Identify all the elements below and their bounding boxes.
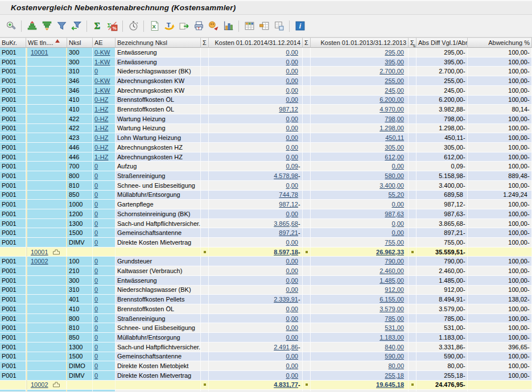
amount-value[interactable]: 987,12 xyxy=(279,201,298,208)
amount-value[interactable]: 0,00 xyxy=(286,334,298,341)
toolbar-button-layout-grid[interactable] xyxy=(242,19,256,33)
table-row[interactable]: P0014101-HZBrennstoffkosten ÖL987,124.97… xyxy=(0,105,532,114)
cell-link[interactable]: 0 xyxy=(94,68,98,75)
cell-link[interactable]: 0 xyxy=(94,334,98,341)
amount-value[interactable]: 3.865,68 xyxy=(274,220,298,227)
amount-value[interactable]: 395,00 xyxy=(385,59,404,65)
table-row[interactable]: P0014461-HZAbrechnungskosten HZ0,00612,0… xyxy=(0,152,532,162)
amount-value[interactable]: 450,11 xyxy=(385,134,404,141)
cell-link[interactable]: 10002 xyxy=(31,258,48,265)
amount-value[interactable]: 0,00 xyxy=(286,125,298,131)
table-row[interactable]: P0014100Brennstoffkosten ÖL0,003.579,003… xyxy=(0,304,532,314)
amount-value[interactable]: 4.970,00 xyxy=(380,106,404,113)
amount-value[interactable]: 1.298,00 xyxy=(380,125,404,131)
table-row[interactable]: P00113000Sach-und Haftpflichtversicher.2… xyxy=(0,343,532,352)
cell-link[interactable]: 0 xyxy=(94,306,98,312)
collapse-icon[interactable] xyxy=(53,382,60,387)
amount-value[interactable]: 3.579,00 xyxy=(380,306,404,312)
toolbar-button-export[interactable] xyxy=(177,19,191,33)
amount-value[interactable]: 0,00 xyxy=(286,324,298,331)
table-row[interactable]: P0013460-KWAbrechnungskosten KW0,00255,0… xyxy=(0,76,532,86)
amount-value[interactable]: 0,00 xyxy=(392,229,404,236)
table-row[interactable]: P0013000Entwässerung0,001.485,001.485,00… xyxy=(0,276,532,286)
cell-link[interactable]: 1-KW xyxy=(94,59,110,65)
cell-link[interactable]: 0 xyxy=(94,267,98,274)
cell-link[interactable]: 10001 xyxy=(31,249,48,255)
col-header-k2013[interactable]: Kosten 01.01.2013/31.12.2013 xyxy=(311,38,409,48)
table-row[interactable]: P00113000Sach-und Haftpflichtversicher.3… xyxy=(0,219,532,229)
amount-value[interactable]: 4.831,77 xyxy=(274,381,298,388)
col-header-abw[interactable]: Abweichung % xyxy=(468,38,532,48)
toolbar-button-layout-change[interactable] xyxy=(257,19,271,33)
amount-value[interactable]: 295,00 xyxy=(385,49,404,56)
table-row[interactable]: P0013100Niederschlagswasser (BK)0,00912,… xyxy=(0,286,532,295)
cell-link[interactable]: 0 xyxy=(94,296,98,303)
cell-link[interactable]: 0 xyxy=(94,201,98,208)
toolbar-button-word-export[interactable]: T xyxy=(162,19,176,33)
cell-link[interactable]: 0 xyxy=(94,372,98,379)
cell-link[interactable]: 1-HZ xyxy=(94,125,108,131)
amount-value[interactable]: 0,00 xyxy=(286,372,298,379)
toolbar-button-sort-asc[interactable] xyxy=(25,19,39,33)
amount-value[interactable]: 590,00 xyxy=(385,353,404,360)
cell-link[interactable]: 0-HZ xyxy=(94,134,108,141)
amount-value[interactable]: 785,00 xyxy=(385,315,404,322)
toolbar-button-subtotal[interactable]: Σ% xyxy=(105,19,119,33)
amount-value[interactable]: 1.485,00 xyxy=(380,277,404,284)
amount-value[interactable]: 2.339,91 xyxy=(274,296,298,303)
cell-link[interactable]: 0 xyxy=(94,211,98,217)
amount-value[interactable]: 0,00 xyxy=(286,353,298,360)
amount-value[interactable]: 0,00 xyxy=(286,77,298,84)
amount-value[interactable]: 0,00 xyxy=(286,306,298,312)
table-row[interactable]: P0018100Schnee- und Eisbeseitigung0,0053… xyxy=(0,323,532,333)
toolbar-button-filter-delete[interactable] xyxy=(69,19,83,33)
toolbar-button-info[interactable]: i xyxy=(293,19,307,33)
toolbar-button-chart[interactable] xyxy=(221,19,235,33)
col-header-sum3[interactable]: Σ⇅ xyxy=(409,38,416,48)
table-row[interactable]: P0018100Schnee- und Eisbeseitigung0,003.… xyxy=(0,181,532,191)
cell-link[interactable]: 1-HZ xyxy=(94,106,108,113)
toolbar-button-stopwatch[interactable] xyxy=(126,19,140,33)
amount-value[interactable]: 0,00 xyxy=(286,239,298,246)
table-row[interactable]: P0014100-HZBrennstoffkosten ÖL0,006.200,… xyxy=(0,96,532,105)
col-header-bez[interactable]: Bezeichnung Nksl xyxy=(116,38,201,48)
amount-value[interactable]: 6.155,00 xyxy=(380,296,404,303)
col-header-sum1[interactable]: Σ xyxy=(201,38,209,48)
amount-value[interactable]: 0,00 xyxy=(286,182,298,189)
cell-link[interactable]: 0-HZ xyxy=(94,115,108,122)
cell-link[interactable]: 0 xyxy=(94,229,98,236)
toolbar-button-abc-analysis[interactable] xyxy=(207,19,220,33)
col-header-diff[interactable]: Abs Diff Vgl.1/Abr. xyxy=(416,38,468,48)
amount-value[interactable]: 6.200,00 xyxy=(380,96,404,103)
table-row[interactable]: P0014221-HZWartung Heizung0,001.298,001.… xyxy=(0,124,532,134)
amount-value[interactable]: 0,00 xyxy=(286,211,298,217)
cell-link[interactable]: 0-HZ xyxy=(94,144,108,151)
table-row[interactable]: P001DIMV0Direkte Kosten Mietvertrag0,002… xyxy=(0,371,532,381)
table-row[interactable]: P001DIMO0Direkte Kosten Mietobjekt0,0080… xyxy=(0,361,532,371)
amount-value[interactable]: 0,00 xyxy=(286,277,298,284)
amount-value[interactable]: 26.962,33 xyxy=(376,249,404,255)
col-header-ae[interactable]: AE xyxy=(93,38,116,48)
cell-link[interactable]: 0 xyxy=(94,353,98,360)
amount-value[interactable]: 987,12 xyxy=(279,106,298,113)
amount-value[interactable]: 755,00 xyxy=(385,239,404,246)
amount-value[interactable]: 744,78 xyxy=(279,191,298,198)
amount-value[interactable]: 531,00 xyxy=(385,324,404,331)
amount-value[interactable]: 912,00 xyxy=(385,286,404,293)
amount-value[interactable]: 0,00 xyxy=(286,267,298,274)
cell-link[interactable]: 0 xyxy=(94,315,98,322)
col-header-bukr[interactable]: BuKr. xyxy=(0,38,26,48)
amount-value[interactable]: 0,00 xyxy=(392,201,404,208)
table-row[interactable]: P00115000Gemeinschaftsantenne897,21-0,00… xyxy=(0,228,532,238)
cell-link[interactable]: 0-HZ xyxy=(94,96,108,103)
col-header-nksl[interactable]: Nksl xyxy=(67,38,93,48)
cell-link[interactable]: 0-KW xyxy=(94,49,110,56)
cell-link[interactable]: 1-KW xyxy=(94,87,110,94)
cell-link[interactable]: 0 xyxy=(94,239,98,246)
cell-link[interactable]: 0 xyxy=(94,324,98,331)
col-header-sum2[interactable]: Σ xyxy=(303,38,311,48)
cell-link[interactable]: 0 xyxy=(94,286,98,293)
amount-value[interactable]: 1.183,00 xyxy=(380,334,404,341)
amount-value[interactable]: 790,00 xyxy=(385,258,404,265)
table-row[interactable]: P001DIMV0Direkte Kosten Mietvertrag0,007… xyxy=(0,238,532,247)
